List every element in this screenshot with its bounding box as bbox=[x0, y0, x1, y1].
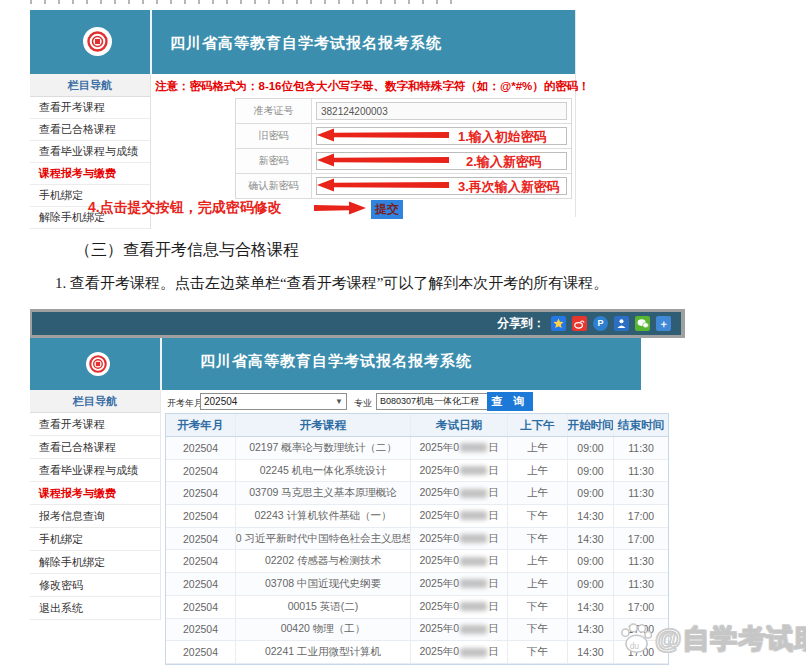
sidebar-item[interactable]: 课程报考与缴费 bbox=[30, 163, 150, 185]
blurred-date-region bbox=[460, 557, 487, 566]
table-cell: 17:00 bbox=[614, 641, 668, 663]
sidebar-item[interactable]: 报考信息查询 bbox=[30, 505, 160, 528]
exam-date-cell: 2025年0日 bbox=[411, 505, 508, 527]
sidebar-item[interactable]: 退出系统 bbox=[30, 597, 160, 620]
share-more-icon[interactable]: ＋ bbox=[656, 316, 671, 331]
sidebar-item[interactable]: 查看已合格课程 bbox=[30, 119, 150, 141]
table-cell: 03708 中国近现代史纲要 bbox=[236, 573, 411, 595]
site-logo-icon bbox=[86, 352, 110, 376]
site-logo-icon bbox=[83, 27, 112, 56]
table-header-cell: 考试日期 bbox=[411, 414, 508, 436]
site-header: 四川省高等教育自学考试报名报考系统 bbox=[30, 10, 575, 74]
share-label: 分享到： bbox=[497, 315, 545, 332]
year-select[interactable]: 202504 ▼ bbox=[200, 393, 347, 410]
sidebar-header: 栏目导航 bbox=[30, 390, 160, 413]
share-qzone-icon[interactable] bbox=[551, 316, 566, 331]
share-pengyou-icon[interactable]: P bbox=[593, 316, 608, 331]
table-cell: 202504 bbox=[166, 528, 236, 550]
exam-date-cell: 2025年0日 bbox=[411, 550, 508, 572]
share-weibo-icon[interactable] bbox=[572, 316, 587, 331]
share-renren-icon[interactable] bbox=[614, 316, 629, 331]
field-label: 新密码 bbox=[236, 149, 312, 173]
annotation-arrow-4 bbox=[314, 201, 366, 215]
table-cell: 09:00 bbox=[568, 482, 614, 504]
sidebar-nav: 栏目导航 查看开考课程查看已合格课程查看毕业课程与成绩课程报考与缴费报考信息查询… bbox=[30, 390, 161, 620]
sidebar-item[interactable]: 查看毕业课程与成绩 bbox=[30, 459, 160, 482]
table-cell: 09:00 bbox=[568, 550, 614, 572]
table-cell: 11:30 bbox=[614, 437, 668, 459]
major-select[interactable]: B080307机电一体化工程 ▼ bbox=[376, 393, 503, 410]
table-cell: 下午 bbox=[508, 505, 568, 527]
准考证号-input[interactable] bbox=[316, 102, 567, 120]
table-cell: 14:30 bbox=[568, 596, 614, 618]
sidebar-item[interactable]: 查看开考课程 bbox=[30, 97, 150, 119]
annotation-step4: 4.点击提交按钮，完成密码修改 bbox=[88, 199, 282, 217]
table-cell: 15040 习近平新时代中国特色社会主义思想概论 bbox=[236, 528, 411, 550]
sidebar-item[interactable]: 手机绑定 bbox=[30, 528, 160, 551]
sidebar-item[interactable]: 修改密码 bbox=[30, 574, 160, 597]
header-divider bbox=[150, 10, 152, 74]
table-row: 20250400015 英语(二)2025年0日下午14:3017:00 bbox=[166, 596, 668, 619]
query-button[interactable]: 查 询 bbox=[487, 392, 533, 411]
sidebar-item[interactable]: 查看已合格课程 bbox=[30, 436, 160, 459]
table-cell: 02202 传感器与检测技术 bbox=[236, 550, 411, 572]
table-cell: 下午 bbox=[508, 619, 568, 641]
header-divider bbox=[160, 338, 162, 390]
instruction-paragraph: 1. 查看开考课程。点击左边菜单栏“查看开考课程”可以了解到本次开考的所有课程。 bbox=[55, 274, 608, 293]
table-cell: 02197 概率论与数理统计（二） bbox=[236, 437, 411, 459]
annotation-step3: 3.再次输入新密码 bbox=[458, 178, 560, 196]
year-select-value: 202504 bbox=[204, 396, 237, 407]
table-header-row: 开考年月开考课程考试日期上下午开始时间结束时间 bbox=[166, 414, 668, 437]
table-cell: 17:00 bbox=[614, 528, 668, 550]
table-cell: 09:00 bbox=[568, 573, 614, 595]
table-header-cell: 开考年月 bbox=[166, 414, 236, 436]
sidebar-item[interactable]: 解除手机绑定 bbox=[30, 551, 160, 574]
table-cell: 202504 bbox=[166, 596, 236, 618]
table-cell: 11:30 bbox=[614, 460, 668, 482]
table-cell: 02241 工业用微型计算机 bbox=[236, 641, 411, 663]
exam-date-cell: 2025年0日 bbox=[411, 460, 508, 482]
table-row: 20250402202 传感器与检测技术2025年0日上午09:0011:30 bbox=[166, 550, 668, 573]
table-cell: 202504 bbox=[166, 437, 236, 459]
sidebar-item[interactable]: 课程报考与缴费 bbox=[30, 482, 160, 505]
table-cell: 14:30 bbox=[568, 528, 614, 550]
exam-date-cell: 2025年0日 bbox=[411, 619, 508, 641]
table-cell: 下午 bbox=[508, 641, 568, 663]
page: 四川省高等教育自学考试报名报考系统 栏目导航 查看开考课程查看已合格课程查看毕业… bbox=[0, 0, 806, 665]
annotation-step1: 1.输入初始密码 bbox=[458, 128, 547, 146]
blurred-date-region bbox=[460, 648, 487, 657]
blurred-date-region bbox=[460, 625, 487, 634]
exam-date-cell: 2025年0日 bbox=[411, 596, 508, 618]
year-filter-label: 开考年月 bbox=[167, 397, 203, 410]
annotation-step2: 2.输入新密码 bbox=[466, 153, 542, 171]
sidebar-item[interactable]: 查看毕业课程与成绩 bbox=[30, 141, 150, 163]
exam-date-cell: 2025年0日 bbox=[411, 528, 508, 550]
major-select-value: B080307机电一体化工程 bbox=[380, 395, 479, 408]
share-wechat-icon[interactable] bbox=[635, 316, 650, 331]
table-row: 20250402245 机电一体化系统设计2025年0日上午09:0011:30 bbox=[166, 460, 668, 483]
table-cell: 202504 bbox=[166, 482, 236, 504]
blurred-date-region bbox=[460, 602, 487, 611]
table-cell: 00015 英语(二) bbox=[236, 596, 411, 618]
table-cell: 上午 bbox=[508, 437, 568, 459]
table-cell: 11:30 bbox=[614, 550, 668, 572]
table-cell: 上午 bbox=[508, 550, 568, 572]
table-cell: 下午 bbox=[508, 528, 568, 550]
table-body: 20250402197 概率论与数理统计（二）2025年0日上午09:0011:… bbox=[166, 437, 668, 664]
blurred-date-region bbox=[460, 466, 487, 475]
cropped-text-fragments bbox=[30, 0, 460, 4]
password-format-notice: 注意：密码格式为：8-16位包含大小写字母、数字和特殊字符（如：@*#%）的密码… bbox=[155, 79, 575, 94]
table-cell: 上午 bbox=[508, 573, 568, 595]
sidebar-item[interactable]: 查看开考课程 bbox=[30, 413, 160, 436]
table-cell: 202504 bbox=[166, 641, 236, 663]
table-row: 20250415040 习近平新时代中国特色社会主义思想概论2025年0日下午1… bbox=[166, 528, 668, 551]
field-label: 旧密码 bbox=[236, 124, 312, 148]
exam-date-cell: 2025年0日 bbox=[411, 573, 508, 595]
blurred-date-region bbox=[460, 511, 487, 520]
annotation-arrow-2 bbox=[317, 153, 449, 167]
screenshot-course-list: 分享到： P ＋ bbox=[30, 309, 685, 665]
table-header-cell: 开始时间 bbox=[568, 414, 614, 436]
page-title: 四川省高等教育自学考试报名报考系统 bbox=[200, 352, 472, 371]
submit-button[interactable]: 提交 bbox=[371, 200, 403, 219]
table-cell: 上午 bbox=[508, 460, 568, 482]
